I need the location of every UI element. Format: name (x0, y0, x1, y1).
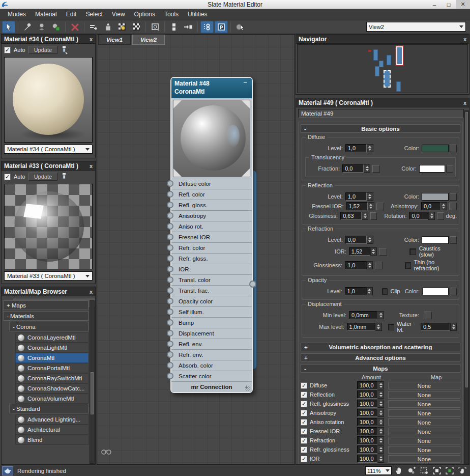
standard-group-header[interactable]: - Standard (9, 404, 89, 413)
glossiness-map-button[interactable] (370, 212, 377, 220)
browser-item-coronaportalmtl[interactable]: CoronaPortalMtl (15, 363, 89, 373)
spinner-arrows[interactable] (370, 247, 377, 256)
browser-item-coronalayeredmtl[interactable]: CoronaLayeredMtl (15, 332, 89, 343)
browser-item-coronarayswitchmtl[interactable]: CoronaRaySwitchMtl (15, 373, 89, 383)
rotation-spinner[interactable]: 0,0 (409, 212, 435, 220)
hide-unused-slots-button[interactable] (101, 21, 114, 33)
materials-group-header[interactable]: - Materials (3, 311, 89, 321)
menu-modes[interactable]: Modes (3, 9, 31, 20)
spinner-value[interactable]: 1,0 (345, 144, 367, 152)
diffuse-level-spinner[interactable]: 1,0 (345, 144, 373, 152)
node-header[interactable]: Material #48 CoronaMtl – (171, 78, 252, 98)
navigator-node[interactable] (373, 49, 378, 61)
menu-utilities[interactable]: Utilities (183, 9, 212, 20)
close-icon[interactable]: x (90, 289, 93, 295)
map-slot-button[interactable]: None (388, 400, 460, 408)
spinner-arrows[interactable] (377, 390, 384, 399)
reflection-level-spinner[interactable]: 1,0 (345, 192, 373, 201)
spinner-value[interactable]: 100,0 (357, 409, 377, 417)
close-icon[interactable]: x (90, 36, 93, 42)
spinner-value[interactable]: 100,0 (357, 436, 377, 444)
menu-options[interactable]: Options (130, 9, 160, 20)
tab-view2[interactable]: View2 (132, 35, 165, 45)
map-amount-spinner[interactable]: 100,0 (357, 400, 384, 408)
magnify-preview-icon[interactable] (61, 46, 68, 54)
map-enable-checkbox[interactable]: ✓ (301, 401, 307, 407)
fresnel-ior-spinner[interactable]: 1,52 (346, 202, 374, 210)
pick-material-button[interactable] (21, 21, 34, 33)
spinner-value[interactable]: 1,0 (345, 287, 366, 295)
input-connector[interactable] (167, 319, 173, 326)
spinner-arrows[interactable] (377, 464, 384, 464)
opacity-level-spinner[interactable]: 1,0 (345, 287, 373, 295)
input-connector[interactable] (167, 202, 173, 208)
input-connector[interactable] (167, 266, 173, 272)
menu-edit[interactable]: Edit (62, 9, 81, 20)
maps-group-header[interactable]: + Maps (3, 300, 89, 310)
map-enable-checkbox[interactable]: ✓ (301, 391, 307, 398)
spinner-arrows[interactable] (450, 323, 457, 331)
map-amount-spinner[interactable]: 100,0 (357, 445, 384, 454)
material-48-node[interactable]: Material #48 CoronaMtl – Diffuse color R… (170, 77, 253, 393)
zoom-extents-selected-button[interactable] (444, 466, 455, 475)
spinner-value[interactable]: 100,0 (357, 390, 377, 399)
map-amount-spinner[interactable]: 100,0 (357, 427, 384, 435)
spinner-value[interactable]: 0,0 (345, 236, 367, 244)
map-slot-button[interactable]: None (388, 446, 460, 454)
menu-material[interactable]: Material (31, 9, 62, 20)
spinner-value[interactable]: 1,0 (345, 261, 366, 269)
reflection-glossiness-spinner[interactable]: 0,63 (340, 212, 368, 220)
input-connector[interactable] (167, 180, 173, 187)
material-34-preview[interactable] (4, 57, 93, 143)
spinner-value[interactable]: 0,0 (342, 164, 364, 173)
browser-item-coronamtl[interactable]: CoronaMtl (15, 353, 89, 363)
map-amount-spinner[interactable]: 100,0 (357, 464, 384, 464)
panel-header[interactable]: Material/Map Browser x (2, 287, 95, 296)
node-view[interactable]: View1 View2 Material #48 CoronaMtl – Dif… (97, 34, 295, 465)
map-slot-button[interactable]: None (388, 382, 460, 389)
slot-refr-gloss[interactable]: Refr. gloss. (171, 254, 252, 264)
material-33-preview[interactable] (4, 184, 93, 269)
find-tool[interactable] (101, 447, 111, 456)
water-level-spinner[interactable]: 0,5 (421, 323, 457, 331)
map-slot-button[interactable]: None (388, 464, 460, 465)
ior-spinner[interactable]: 1,52 (349, 247, 377, 256)
navigator-node[interactable] (375, 66, 379, 76)
input-connector[interactable] (167, 309, 173, 315)
scrollbar-thumb[interactable] (465, 112, 468, 387)
spinner-arrows[interactable] (377, 418, 384, 426)
input-connector[interactable] (167, 341, 173, 347)
pan-to-selected-button[interactable]: P (215, 21, 228, 33)
input-connector[interactable] (167, 191, 173, 198)
map-amount-spinner[interactable]: 100,0 (357, 436, 384, 444)
close-icon[interactable]: x (463, 36, 466, 42)
spinner-arrows[interactable] (428, 212, 435, 220)
params-scrollbar[interactable] (464, 110, 469, 464)
panel-header[interactable]: Material #49 ( CoronaMtl ) x (296, 98, 469, 107)
clip-checkbox[interactable] (382, 288, 388, 295)
browser-item-architectural[interactable]: Architectural (15, 425, 89, 435)
ior-map-button[interactable] (379, 248, 387, 256)
rollout-basic-options[interactable]: - Basic options (301, 124, 460, 133)
spinner-arrows[interactable] (362, 212, 368, 220)
input-connector[interactable] (167, 351, 173, 358)
diffuse-color-swatch[interactable] (422, 145, 449, 152)
map-slot-button[interactable]: None (388, 455, 460, 463)
spinner-value[interactable]: 0,63 (340, 212, 362, 220)
map-enable-checkbox[interactable]: ✓ (301, 437, 307, 444)
spinner-value[interactable]: 100,0 (357, 455, 377, 463)
material-sampler-button[interactable] (233, 21, 247, 33)
active-view-selector[interactable]: View2 (366, 22, 466, 32)
input-connector[interactable] (167, 223, 173, 230)
panel-header[interactable]: Material #34 ( CoronaMtl ) x (2, 35, 95, 44)
zoom-region-button[interactable] (419, 466, 430, 475)
navigator-current-node[interactable] (396, 46, 403, 65)
spinner-arrows[interactable] (377, 455, 384, 463)
input-connector[interactable] (167, 212, 173, 219)
spinner-arrows[interactable] (377, 400, 384, 408)
anisotropy-spinner[interactable]: 0,0 (421, 202, 447, 210)
slot-aniso-rot[interactable]: Aniso rot. (171, 221, 252, 232)
spinner-arrows[interactable] (367, 144, 373, 152)
slot-transl-color[interactable]: Transl. color (171, 275, 252, 286)
slot-refl-color[interactable]: Refl. color (171, 189, 252, 200)
